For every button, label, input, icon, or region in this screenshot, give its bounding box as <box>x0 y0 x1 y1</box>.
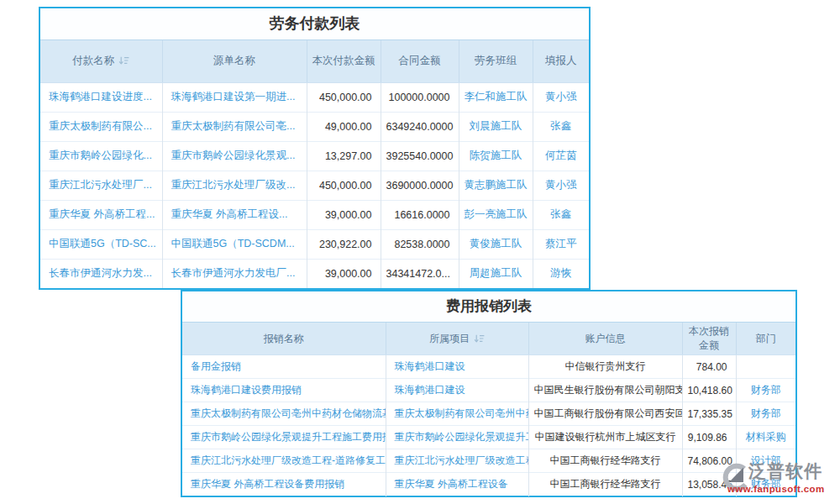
project-cell[interactable]: 珠海鹤港口建设 <box>386 355 528 379</box>
labor-team-cell[interactable]: 彭一亮施工队 <box>459 200 533 229</box>
sort-icon <box>118 56 129 66</box>
payment-amount-cell: 450,000.00 <box>307 171 381 200</box>
payment-name-cell[interactable]: 重庆市鹅岭公园绿化... <box>40 141 162 171</box>
column-header-payment-name[interactable]: 付款名称 <box>40 40 162 82</box>
contract-amount-cell: 3690000.0000 <box>381 171 459 200</box>
column-header-department: 部门 <box>736 323 795 355</box>
reimbursement-name-cell[interactable]: 珠海鹤港口建设费用报销 <box>182 379 386 402</box>
project-cell[interactable]: 重庆江北污水处理厂级改造工程... <box>386 449 528 473</box>
column-header-source-name: 源单名称 <box>162 40 307 82</box>
reporter-cell[interactable]: 黄小强 <box>533 171 589 200</box>
expense-table-title: 费用报销列表 <box>182 291 795 323</box>
reimbursement-amount-cell: 17,335.35 <box>682 402 736 426</box>
column-header-contract-amount: 合同金额 <box>381 40 459 82</box>
table-row: 重庆太极制药有限公...重庆太极制药有限公司亳...49,000.0063492… <box>40 112 589 141</box>
payment-amount-cell: 13,297.00 <box>307 141 381 171</box>
labor-team-cell[interactable]: 刘晨施工队 <box>459 112 533 141</box>
payment-name-cell[interactable]: 重庆华夏 外高桥工程... <box>40 200 162 229</box>
department-cell[interactable] <box>736 355 795 379</box>
labor-team-cell[interactable]: 陈贺施工队 <box>459 141 533 171</box>
source-name-cell[interactable]: 重庆市鹅岭公园绿化景观... <box>162 141 307 171</box>
expense-table-body: 备用金报销珠海鹤港口建设中信银行贵州支行784.00珠海鹤港口建设费用报销珠海鹤… <box>182 355 795 496</box>
reimbursement-amount-cell: 10,418.60 <box>682 379 736 402</box>
reimbursement-amount-cell: 9,109.86 <box>682 426 736 449</box>
expense-reimbursement-table-card: 费用报销列表 报销名称 所属项目 账户信息 本次报销金额 部门 备用金报销珠海鹤… <box>181 290 797 497</box>
reporter-cell[interactable]: 蔡江平 <box>533 229 589 259</box>
table-row: 备用金报销珠海鹤港口建设中信银行贵州支行784.00 <box>182 355 795 379</box>
table-row: 重庆江北污水处理厂级改造工程-道路修复工程费...重庆江北污水处理厂级改造工程.… <box>182 449 795 473</box>
table-row: 重庆市鹅岭公园绿化...重庆市鹅岭公园绿化景观...13,297.0039255… <box>40 141 589 171</box>
contract-amount-cell: 34341472.0... <box>381 259 459 288</box>
table-row: 重庆江北污水处理厂...重庆江北污水处理厂级改...450,000.003690… <box>40 171 589 200</box>
column-header-labor-team: 劳务班组 <box>459 40 533 82</box>
payment-amount-cell: 49,000.00 <box>307 112 381 141</box>
reimbursement-name-cell[interactable]: 重庆市鹅岭公园绿化景观提升工程施工费用报销 <box>182 426 386 449</box>
fanpu-watermark: 泛普软件 www.fanpusoft.com <box>721 456 840 503</box>
column-header-reimbursement-name: 报销名称 <box>182 323 386 355</box>
reimbursement-name-cell[interactable]: 重庆太极制药有限公司亳州中药材仓储物流基地... <box>182 402 386 426</box>
reporter-cell[interactable]: 张鑫 <box>533 112 589 141</box>
source-name-cell[interactable]: 珠海鹤港口建设第一期进... <box>162 82 307 112</box>
department-cell[interactable]: 财务部 <box>736 379 795 402</box>
labor-payment-table-card: 劳务付款列表 付款名称 源单名称 本次付款金额 合同金额 劳务班组 填报人 珠海… <box>39 7 591 290</box>
sort-icon <box>474 334 485 344</box>
labor-team-cell[interactable]: 黄俊施工队 <box>459 229 533 259</box>
payment-name-cell[interactable]: 重庆江北污水处理厂... <box>40 171 162 200</box>
reporter-cell[interactable]: 张鑫 <box>533 200 589 229</box>
table-row: 珠海鹤港口建设进度...珠海鹤港口建设第一期进...450,000.001000… <box>40 82 589 112</box>
table-row: 重庆华夏 外高桥工程设备费用报销重庆华夏 外高桥工程设备中国工商银行经华路支行1… <box>182 473 795 496</box>
labor-team-cell[interactable]: 周超施工队 <box>459 259 533 288</box>
source-name-cell[interactable]: 重庆华夏 外高桥工程设... <box>162 200 307 229</box>
project-cell[interactable]: 重庆华夏 外高桥工程设备 <box>386 473 528 496</box>
reimbursement-name-cell[interactable]: 重庆华夏 外高桥工程设备费用报销 <box>182 473 386 496</box>
reimbursement-name-cell[interactable]: 重庆江北污水处理厂级改造工程-道路修复工程费... <box>182 449 386 473</box>
table-row: 重庆太极制药有限公司亳州中药材仓储物流基地...重庆太极制药有限公司亳州中药..… <box>182 402 795 426</box>
watermark-brand-text: 泛普软件 <box>748 459 822 483</box>
project-cell[interactable]: 重庆市鹅岭公园绿化景观提升工... <box>386 426 528 449</box>
payment-amount-cell: 450,000.00 <box>307 82 381 112</box>
source-name-cell[interactable]: 长春市伊通河水力发电厂... <box>162 259 307 288</box>
column-header-account-info: 账户信息 <box>528 323 682 355</box>
account-info-cell: 中国工商银行经华路支行 <box>528 449 682 473</box>
contract-amount-cell: 82538.0000 <box>381 229 459 259</box>
labor-team-cell[interactable]: 李仁和施工队 <box>459 82 533 112</box>
payment-name-cell[interactable]: 中国联通5G（TD-SC... <box>40 229 162 259</box>
payment-name-cell[interactable]: 珠海鹤港口建设进度... <box>40 82 162 112</box>
contract-amount-cell: 6349240.0000 <box>381 112 459 141</box>
table-row: 长春市伊通河水力发...长春市伊通河水力发电厂...39,000.0034341… <box>40 259 589 288</box>
account-info-cell: 中国工商银行股份有限公司西安回... <box>528 402 682 426</box>
reporter-cell[interactable]: 游恢 <box>533 259 589 288</box>
expense-reimbursement-table: 报销名称 所属项目 账户信息 本次报销金额 部门 备用金报销珠海鹤港口建设中信银… <box>182 323 795 496</box>
payment-name-cell[interactable]: 重庆太极制药有限公... <box>40 112 162 141</box>
column-header-payment-amount: 本次付款金额 <box>307 40 381 82</box>
labor-header-row: 付款名称 源单名称 本次付款金额 合同金额 劳务班组 填报人 <box>40 40 589 82</box>
department-cell[interactable]: 财务部 <box>736 402 795 426</box>
labor-table-body: 珠海鹤港口建设进度...珠海鹤港口建设第一期进...450,000.001000… <box>40 82 589 288</box>
table-row: 珠海鹤港口建设费用报销珠海鹤港口建设中国民生银行股份有限公司朝阳支行10,418… <box>182 379 795 402</box>
labor-table-title: 劳务付款列表 <box>40 8 589 40</box>
contract-amount-cell: 100000.0000 <box>381 82 459 112</box>
payment-name-cell[interactable]: 长春市伊通河水力发... <box>40 259 162 288</box>
expense-header-row: 报销名称 所属项目 账户信息 本次报销金额 部门 <box>182 323 795 355</box>
watermark-url: www.fanpusoft.com <box>727 484 825 494</box>
column-header-reimbursement-amount: 本次报销金额 <box>682 323 736 355</box>
contract-amount-cell: 16616.0000 <box>381 200 459 229</box>
account-info-cell: 中国民生银行股份有限公司朝阳支行 <box>528 379 682 402</box>
labor-team-cell[interactable]: 黄志鹏施工队 <box>459 171 533 200</box>
column-header-label: 付款名称 <box>72 55 114 66</box>
payment-amount-cell: 39,000.00 <box>307 200 381 229</box>
source-name-cell[interactable]: 重庆江北污水处理厂级改... <box>162 171 307 200</box>
project-cell[interactable]: 重庆太极制药有限公司亳州中药... <box>386 402 528 426</box>
reporter-cell[interactable]: 黄小强 <box>533 82 589 112</box>
column-header-project[interactable]: 所属项目 <box>386 323 528 355</box>
department-cell[interactable]: 材料采购 <box>736 426 795 449</box>
table-row: 中国联通5G（TD-SC...中国联通5G（TD-SCDM...230,922.… <box>40 229 589 259</box>
reporter-cell[interactable]: 何芷茵 <box>533 141 589 171</box>
source-name-cell[interactable]: 中国联通5G（TD-SCDM... <box>162 229 307 259</box>
labor-payment-table: 付款名称 源单名称 本次付款金额 合同金额 劳务班组 填报人 珠海鹤港口建设进度… <box>40 40 589 288</box>
source-name-cell[interactable]: 重庆太极制药有限公司亳... <box>162 112 307 141</box>
reimbursement-name-cell[interactable]: 备用金报销 <box>182 355 386 379</box>
contract-amount-cell: 3925540.0000 <box>381 141 459 171</box>
column-header-reporter: 填报人 <box>533 40 589 82</box>
project-cell[interactable]: 珠海鹤港口建设 <box>386 379 528 402</box>
